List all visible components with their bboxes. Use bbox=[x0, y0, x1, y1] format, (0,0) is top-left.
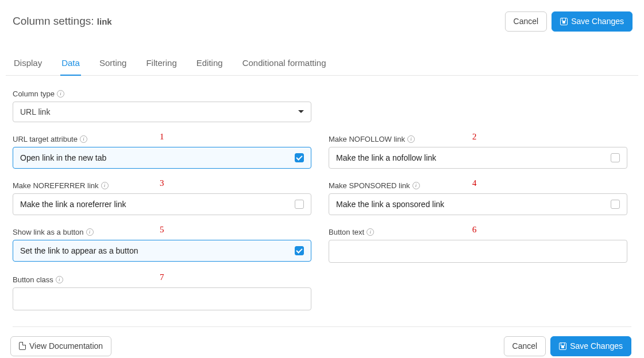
settings-tabs: Display Data Sorting Filtering Editing C… bbox=[13, 52, 631, 75]
tab-sorting[interactable]: Sorting bbox=[98, 52, 128, 75]
noreferrer-option-text: Make the link a noreferrer link bbox=[20, 200, 126, 209]
annotation-marker: 6 bbox=[472, 225, 477, 235]
cancel-button[interactable]: Cancel bbox=[505, 11, 547, 32]
url-target-toggle[interactable]: Open link in the new tab bbox=[13, 147, 311, 169]
checkbox-icon bbox=[611, 200, 620, 209]
show-as-button-toggle[interactable]: Set the link to appear as a button bbox=[13, 240, 311, 262]
tab-filtering[interactable]: Filtering bbox=[145, 52, 178, 75]
info-icon[interactable]: i bbox=[57, 90, 64, 98]
info-icon[interactable]: i bbox=[407, 135, 415, 143]
page-title: Column settings: link bbox=[13, 15, 112, 28]
title-prefix: Column settings: bbox=[13, 15, 94, 27]
sponsored-label: Make SPONSORED link i 4 bbox=[329, 181, 627, 190]
button-text-label: Button text i 6 bbox=[329, 228, 627, 236]
info-icon[interactable]: i bbox=[56, 276, 63, 283]
save-icon bbox=[559, 343, 566, 350]
column-type-label: Column type i bbox=[13, 90, 311, 98]
noreferrer-toggle[interactable]: Make the link a noreferrer link bbox=[13, 193, 311, 215]
show-as-button-label: Show link as a button i 5 bbox=[13, 228, 311, 236]
nofollow-toggle[interactable]: Make the link a nofollow link bbox=[329, 147, 627, 169]
save-icon bbox=[560, 18, 568, 25]
tab-data[interactable]: Data bbox=[60, 52, 81, 76]
save-button-label: Save Changes bbox=[570, 341, 623, 351]
noreferrer-label: Make NOREFERRER link i 3 bbox=[13, 181, 311, 190]
annotation-marker: 4 bbox=[472, 178, 477, 188]
checkbox-icon bbox=[295, 153, 304, 162]
sponsored-toggle[interactable]: Make the link a sponsored link bbox=[329, 193, 627, 215]
chevron-down-icon bbox=[298, 110, 304, 113]
button-text-input[interactable] bbox=[329, 240, 627, 263]
annotation-marker: 5 bbox=[160, 225, 164, 235]
nofollow-option-text: Make the link a nofollow link bbox=[336, 153, 436, 162]
column-type-value: URL link bbox=[20, 107, 50, 116]
nofollow-label: Make NOFOLLOW link i 2 bbox=[329, 135, 627, 143]
button-class-input[interactable] bbox=[13, 287, 311, 310]
tab-editing[interactable]: Editing bbox=[195, 52, 224, 75]
cancel-button[interactable]: Cancel bbox=[504, 336, 546, 356]
checkbox-icon bbox=[295, 246, 304, 255]
info-icon[interactable]: i bbox=[80, 135, 87, 143]
save-button-label: Save Changes bbox=[571, 17, 624, 26]
document-icon bbox=[19, 342, 26, 350]
save-button[interactable]: Save Changes bbox=[552, 11, 633, 32]
checkbox-icon bbox=[295, 200, 304, 209]
column-type-select[interactable]: URL link bbox=[13, 102, 311, 122]
view-documentation-label: View Documentation bbox=[29, 341, 103, 351]
view-documentation-button[interactable]: View Documentation bbox=[10, 336, 111, 356]
checkbox-icon bbox=[611, 153, 620, 162]
save-button[interactable]: Save Changes bbox=[550, 336, 631, 356]
info-icon[interactable]: i bbox=[412, 182, 420, 189]
title-column-name: link bbox=[97, 17, 112, 26]
url-target-label: URL target attribute i 1 bbox=[13, 135, 311, 143]
info-icon[interactable]: i bbox=[101, 182, 109, 189]
button-class-label: Button class i 7 bbox=[13, 275, 311, 284]
cancel-button-label: Cancel bbox=[512, 341, 538, 351]
annotation-marker: 1 bbox=[160, 132, 164, 142]
annotation-marker: 7 bbox=[160, 273, 164, 282]
url-target-option-text: Open link in the new tab bbox=[20, 153, 106, 162]
tab-conditional-formatting[interactable]: Conditional formatting bbox=[241, 52, 327, 75]
annotation-marker: 3 bbox=[160, 178, 164, 188]
sponsored-option-text: Make the link a sponsored link bbox=[336, 200, 444, 209]
info-icon[interactable]: i bbox=[86, 228, 94, 236]
cancel-button-label: Cancel bbox=[514, 17, 539, 26]
tab-display[interactable]: Display bbox=[13, 52, 43, 75]
show-as-button-option-text: Set the link to appear as a button bbox=[20, 246, 138, 255]
annotation-marker: 2 bbox=[472, 132, 477, 142]
info-icon[interactable]: i bbox=[367, 228, 374, 236]
